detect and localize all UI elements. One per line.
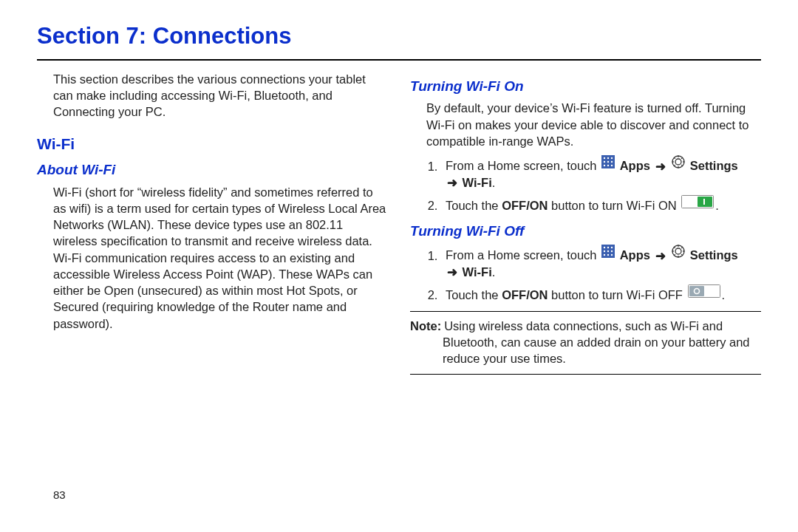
svg-point-5	[607, 161, 609, 163]
apps-label: Apps	[620, 160, 650, 173]
svg-point-8	[607, 165, 609, 166]
turning-on-heading: Turning Wi-Fi On	[410, 77, 761, 96]
offon-label: OFF/ON	[502, 199, 548, 212]
step-text: From a Home screen, touch	[446, 160, 600, 173]
turn-on-step-1: From a Home screen, touch Apps ➜ Setting…	[441, 155, 761, 191]
apps-icon	[601, 245, 615, 262]
step-text: button to turn Wi-Fi ON	[548, 199, 680, 212]
svg-point-11	[675, 159, 681, 165]
svg-point-24	[604, 247, 605, 248]
svg-point-1	[604, 157, 605, 159]
note-block: Note:Using wireless data connections, su…	[410, 311, 761, 375]
settings-icon	[672, 155, 685, 172]
step-text: From a Home screen, touch	[446, 249, 600, 262]
period: .	[492, 176, 496, 189]
svg-line-39	[674, 247, 675, 248]
turn-off-step-1: From a Home screen, touch Apps ➜ Setting…	[441, 245, 761, 280]
step-text: Touch the	[446, 199, 502, 212]
svg-line-42	[681, 247, 683, 248]
toggle-on-icon	[681, 195, 714, 212]
toggle-off-icon	[688, 284, 720, 301]
right-column: Turning Wi-Fi On By default, your device…	[410, 71, 761, 375]
svg-point-29	[611, 250, 613, 252]
svg-line-41	[674, 254, 675, 256]
arrow-icon: ➜	[654, 249, 667, 262]
wifi-label: Wi-Fi	[463, 176, 492, 189]
wifi-heading: Wi-Fi	[37, 134, 388, 154]
svg-point-6	[611, 161, 613, 163]
svg-line-19	[681, 157, 683, 159]
offon-label: OFF/ON	[502, 288, 548, 301]
page-number: 83	[53, 488, 66, 502]
section-intro: This section describes the various conne…	[37, 71, 388, 120]
turn-off-step-2: Touch the OFF/ON button to turn Wi-Fi OF…	[441, 284, 761, 304]
svg-line-18	[674, 165, 675, 166]
period: .	[492, 265, 496, 279]
turn-off-steps: From a Home screen, touch Apps ➜ Setting…	[410, 245, 761, 303]
note-text: Using wireless data connections, such as…	[443, 319, 750, 366]
apps-icon	[601, 155, 615, 172]
svg-point-32	[611, 254, 613, 256]
svg-rect-22	[703, 199, 705, 205]
left-column: This section describes the various conne…	[37, 71, 388, 375]
svg-rect-44	[689, 286, 704, 296]
step-text: Touch the	[446, 288, 502, 301]
svg-line-40	[681, 254, 683, 256]
period: .	[722, 288, 726, 301]
arrow-icon: ➜	[446, 176, 459, 189]
svg-line-16	[674, 157, 675, 159]
turn-on-step-2: Touch the OFF/ON button to turn Wi-Fi ON…	[441, 195, 761, 214]
arrow-icon: ➜	[446, 265, 459, 279]
svg-point-4	[604, 161, 605, 163]
section-title: Section 7: Connections	[37, 21, 761, 61]
svg-line-17	[681, 165, 683, 166]
turn-on-steps: From a Home screen, touch Apps ➜ Setting…	[410, 155, 761, 214]
svg-point-3	[611, 157, 613, 159]
turning-on-intro: By default, your device’s Wi-Fi feature …	[410, 100, 761, 149]
about-wifi-heading: About Wi-Fi	[37, 160, 388, 180]
period: .	[715, 199, 719, 212]
settings-label: Settings	[690, 249, 738, 262]
apps-label: Apps	[620, 249, 650, 262]
svg-point-2	[607, 157, 609, 159]
step-text: button to turn Wi-Fi OFF	[548, 288, 686, 301]
wifi-label: Wi-Fi	[463, 265, 492, 279]
settings-icon	[672, 245, 685, 262]
svg-point-25	[607, 247, 609, 248]
two-column-layout: This section describes the various conne…	[37, 71, 761, 375]
note-label: Note:	[410, 319, 444, 332]
arrow-icon: ➜	[654, 160, 667, 173]
settings-label: Settings	[690, 160, 738, 173]
manual-page: Section 7: Connections This section desc…	[0, 0, 798, 389]
about-wifi-text: Wi-Fi (short for “wireless fidelity” and…	[37, 184, 388, 332]
svg-point-30	[604, 254, 605, 256]
svg-point-7	[604, 165, 605, 166]
svg-point-31	[607, 254, 609, 256]
svg-point-27	[604, 250, 605, 252]
turning-off-heading: Turning Wi-Fi Off	[410, 222, 761, 241]
svg-point-26	[611, 247, 613, 248]
svg-point-28	[607, 250, 609, 252]
svg-point-34	[675, 248, 681, 254]
svg-point-9	[611, 165, 613, 166]
